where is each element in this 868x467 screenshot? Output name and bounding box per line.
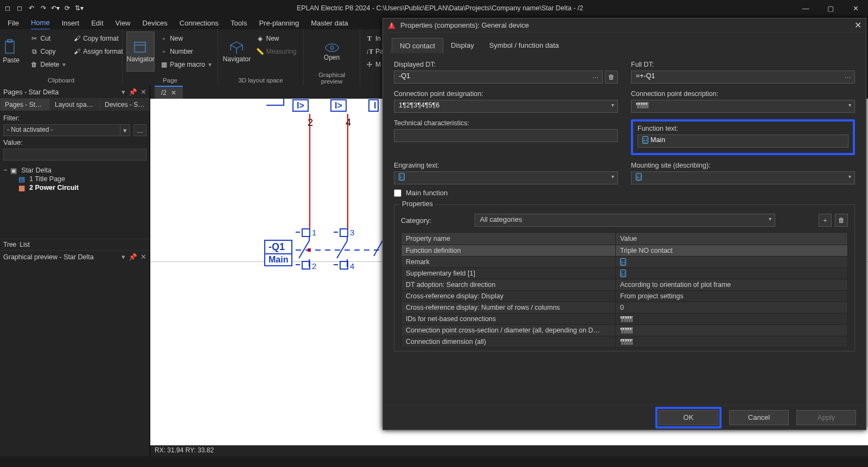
global-statusbar xyxy=(0,456,868,467)
layout3d-navigator-button[interactable]: Navigator xyxy=(222,31,251,72)
tab-view[interactable]: View xyxy=(116,17,131,29)
pin-icon[interactable]: 📌 xyxy=(129,253,137,261)
tab-edit[interactable]: Edit xyxy=(91,17,103,29)
page-new-button[interactable]: ▫New xyxy=(158,33,214,44)
collapse-icon[interactable]: − xyxy=(3,167,7,174)
copy-format-button[interactable]: 🖌Copy format xyxy=(71,33,125,44)
cut-button[interactable]: ✂Cut xyxy=(28,33,68,44)
inner-tab-devices[interactable]: Devices - Star … xyxy=(100,98,150,111)
layout3d-measuring-button[interactable]: 📏Measuring xyxy=(254,46,298,57)
undo-list-icon[interactable]: ↶▾ xyxy=(51,4,60,12)
mounting-input[interactable]: ⍇ xyxy=(631,171,855,184)
col-prop-name[interactable]: Property name xyxy=(401,233,616,245)
warning-icon: ! xyxy=(387,21,396,30)
table-row[interactable]: Cross-reference display: Number of rows … xyxy=(401,302,848,314)
dlg-tab-symbol[interactable]: Symbol / function data xyxy=(482,38,567,53)
paste-button[interactable]: Paste xyxy=(0,31,25,72)
delete-button[interactable]: 🗑Delete▾ xyxy=(28,59,68,71)
tab-devices[interactable]: Devices xyxy=(143,17,168,29)
inner-tab-pages[interactable]: Pages - Star D… xyxy=(0,98,50,111)
conn-designation-input[interactable]: 1¶2¶3¶4¶5¶6 xyxy=(394,100,618,113)
table-row[interactable]: DT adoption: Search directionAccording t… xyxy=(401,279,848,291)
copy-button[interactable]: ⧉Copy xyxy=(28,46,68,57)
maximize-button[interactable]: ▢ xyxy=(818,0,843,16)
pin-icon[interactable]: 📌 xyxy=(129,88,137,96)
dialog-close-button[interactable]: ✕ xyxy=(854,20,861,30)
page-macro-button[interactable]: ▦Page macro▾ xyxy=(158,59,214,71)
app-title: EPLAN Electric P8 2024 - C:\Users\Public… xyxy=(87,4,793,12)
technical-characteristics-input[interactable] xyxy=(394,129,618,142)
tab-file[interactable]: File xyxy=(8,17,19,29)
function-text-input[interactable]: ⍇Main xyxy=(637,135,848,148)
dialog-footer: OK Cancel Apply xyxy=(383,405,866,430)
redo-icon[interactable]: ↷ xyxy=(39,4,48,12)
value-field[interactable] xyxy=(3,149,146,161)
preview-open-button[interactable]: Open xyxy=(318,31,346,72)
table-row[interactable]: Supplementary field [1]⍇ xyxy=(401,268,848,279)
table-row[interactable]: Cross-reference display: DisplayFrom pro… xyxy=(401,291,848,302)
table-row[interactable]: Connection point cross-section / diamete… xyxy=(401,325,848,336)
tab-connections[interactable]: Connections xyxy=(180,17,219,29)
refresh-icon[interactable]: ⟳ xyxy=(63,4,72,12)
tab-tools[interactable]: Tools xyxy=(231,17,247,29)
minimize-button[interactable]: — xyxy=(793,0,818,16)
number-icon: ▫ xyxy=(160,48,168,55)
editor-status: RX: 31.94 RY: 33.82 xyxy=(150,445,868,456)
apply-button[interactable]: Apply xyxy=(796,410,856,425)
conn-description-input[interactable]: ¶¶¶¶¶ xyxy=(631,100,855,113)
dlg-tab-nocontact[interactable]: NO contact xyxy=(392,38,443,53)
page-navigator-button[interactable]: Navigator xyxy=(126,31,155,72)
new-macro-copy-icon[interactable]: ◻ xyxy=(15,4,24,12)
category-combo[interactable]: All categories xyxy=(475,214,775,227)
new-macro-icon[interactable]: ◻ xyxy=(3,4,12,12)
filter-combo[interactable]: - Not activated - ▾ … xyxy=(3,124,146,136)
doc-tab[interactable]: /2 ✕ xyxy=(155,86,183,99)
link-icon[interactable]: ⇅▾ xyxy=(75,4,84,12)
delete-property-button[interactable]: 🗑 xyxy=(835,214,848,227)
tree-item[interactable]: ▦ 2 Power Circuit xyxy=(3,183,146,192)
engraving-input[interactable]: ⍇ xyxy=(394,171,618,184)
page-number-button[interactable]: ▫Number xyxy=(158,46,214,57)
page-tree[interactable]: − ▣ Star Delta ▤ 1 Title Page ▦ 2 Power … xyxy=(0,162,150,239)
full-dt-input[interactable]: =+-Q1 xyxy=(631,71,855,84)
close-pane-icon[interactable]: ✕ xyxy=(141,253,146,261)
tab-preplanning[interactable]: Pre-planning xyxy=(259,17,299,29)
chevron-down-icon[interactable]: ▾ xyxy=(122,88,125,96)
table-row[interactable]: Remark⍇ xyxy=(401,257,848,268)
cancel-button[interactable]: Cancel xyxy=(729,410,789,425)
list-mode-tab[interactable]: List xyxy=(20,241,30,248)
close-tab-icon[interactable]: ✕ xyxy=(171,89,176,97)
tab-home[interactable]: Home xyxy=(31,16,50,30)
table-row[interactable]: Connection dimension (all)¶¶¶¶¶ xyxy=(401,336,848,348)
tab-insert[interactable]: Insert xyxy=(62,17,80,29)
tree-mode-tab[interactable]: Tree xyxy=(3,241,16,248)
chevron-down-icon[interactable]: ▾ xyxy=(122,253,125,261)
tree-root[interactable]: − ▣ Star Delta xyxy=(3,166,146,175)
chevron-down-icon[interactable]: ▾ xyxy=(120,124,130,136)
tree-item[interactable]: ▤ 1 Title Page xyxy=(3,175,146,183)
delete-dt-button[interactable]: 🗑 xyxy=(605,71,618,84)
cut-icon: ✂ xyxy=(30,35,38,42)
assign-format-button[interactable]: 🖌Assign format xyxy=(71,46,125,57)
main-function-checkbox[interactable] xyxy=(394,189,401,197)
table-row[interactable]: Function definitionTriple NO contact xyxy=(401,245,848,257)
graphical-preview-pane: Graphical preview - Star Delta ▾📌✕ xyxy=(0,250,150,456)
table-row[interactable]: IDs for net-based connections¶¶¶¶¶ xyxy=(401,314,848,325)
ok-button[interactable]: OK xyxy=(659,410,718,425)
properties-table[interactable]: Property name Value Function definitionT… xyxy=(401,232,848,348)
layout3d-new-button[interactable]: ◈New xyxy=(254,33,298,44)
language-icon: ⍇ xyxy=(399,173,405,181)
svg-rect-0 xyxy=(5,41,14,53)
displayed-dt-input[interactable]: -Q1 xyxy=(394,71,603,84)
close-pane-icon[interactable]: ✕ xyxy=(141,88,146,96)
close-button[interactable]: ✕ xyxy=(843,0,868,16)
add-property-button[interactable]: ＋ xyxy=(819,214,832,227)
dialog-titlebar[interactable]: ! Properties (components): General devic… xyxy=(383,18,866,33)
filter-ellipsis-button[interactable]: … xyxy=(133,124,146,136)
inner-tab-layout[interactable]: Layout space -… xyxy=(50,98,100,111)
dlg-tab-display[interactable]: Display xyxy=(443,38,482,53)
main-function-check[interactable]: Main function xyxy=(394,189,855,197)
col-value[interactable]: Value xyxy=(616,233,848,245)
tab-masterdata[interactable]: Master data xyxy=(311,17,348,29)
undo-icon[interactable]: ↶ xyxy=(27,4,36,12)
